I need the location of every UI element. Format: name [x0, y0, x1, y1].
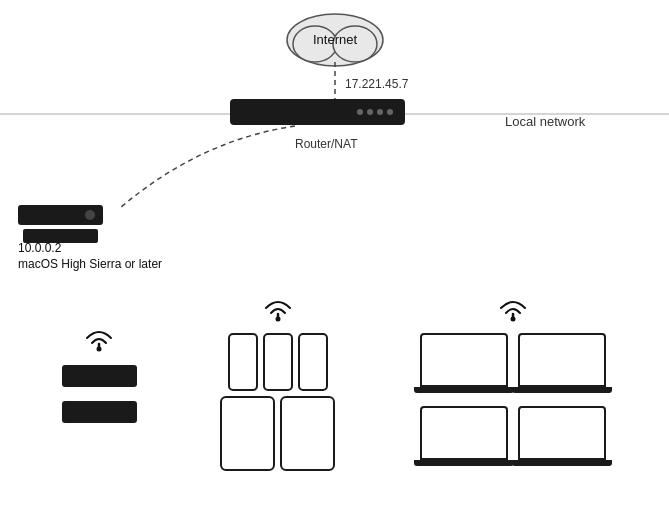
- nas-box-1: [62, 365, 137, 387]
- nas-stack: [62, 330, 137, 423]
- nas-box-2: [62, 401, 137, 423]
- wifi-icon-mobile: [263, 300, 293, 327]
- svg-point-12: [275, 317, 280, 322]
- svg-text:10.0.0.2: 10.0.0.2: [18, 241, 62, 255]
- svg-point-1: [293, 26, 337, 62]
- svg-text:macOS High Sierra or later: macOS High Sierra or later: [18, 257, 162, 271]
- tablet-1: [220, 396, 275, 471]
- phones-row: [228, 333, 328, 391]
- svg-point-11: [97, 347, 102, 352]
- phone-3: [298, 333, 328, 391]
- router-device: [230, 99, 405, 125]
- tablet-2: [280, 396, 335, 471]
- svg-text:Router/NAT: Router/NAT: [295, 137, 358, 151]
- devices-area: [0, 300, 669, 520]
- svg-point-2: [333, 26, 377, 62]
- wifi-icon-nas: [84, 330, 114, 357]
- svg-point-13: [511, 317, 516, 322]
- svg-text:Local network: Local network: [505, 114, 586, 129]
- tablets-row: [220, 396, 335, 471]
- laptop-1: [419, 333, 509, 398]
- wifi-icon-laptop: [498, 300, 528, 327]
- svg-text:Internet: Internet: [313, 32, 357, 47]
- laptop-grid: [419, 333, 607, 471]
- laptop-3: [419, 406, 509, 471]
- svg-point-0: [287, 14, 383, 66]
- laptop-devices-group: [419, 300, 607, 471]
- phone-2: [263, 333, 293, 391]
- laptop-2: [517, 333, 607, 398]
- svg-text:17.221.45.7: 17.221.45.7: [345, 77, 409, 91]
- nas-device-top: [18, 205, 103, 243]
- phone-1: [228, 333, 258, 391]
- mobile-devices-group: [220, 300, 335, 471]
- laptop-4: [517, 406, 607, 471]
